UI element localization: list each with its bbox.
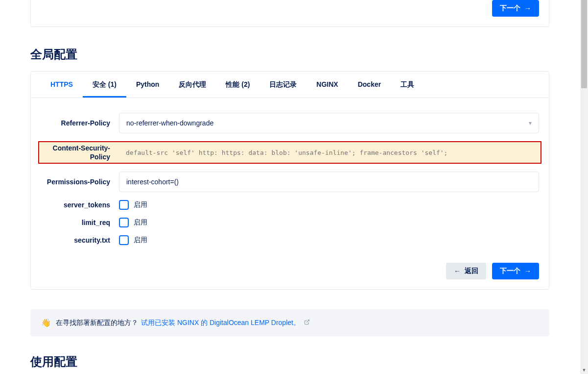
row-csp: Content-Security-Policy xyxy=(38,141,541,164)
row-server-tokens: server_tokens 启用 xyxy=(41,200,539,210)
tab-docker[interactable]: Docker xyxy=(348,72,391,98)
row-limit-req: limit_req 启用 xyxy=(41,218,539,227)
scrollbar[interactable]: ▲ ▼ xyxy=(580,0,588,374)
promo-text: 在寻找部署新配置的地方？ xyxy=(56,319,138,327)
checkbox-server-tokens[interactable] xyxy=(119,200,129,210)
select-referrer-policy[interactable]: no-referrer-when-downgrade ▾ xyxy=(119,113,539,133)
label-limit-req: limit_req xyxy=(41,218,119,227)
scroll-down-arrow[interactable]: ▼ xyxy=(580,366,588,374)
global-config-heading: 全局配置 xyxy=(30,47,549,62)
select-referrer-policy-value: no-referrer-when-downgrade xyxy=(126,119,213,127)
tab-reverse-proxy[interactable]: 反向代理 xyxy=(169,72,216,98)
label-csp: Content-Security-Policy xyxy=(41,144,119,161)
label-permissions-policy: Permissions-Policy xyxy=(41,177,119,186)
input-csp[interactable] xyxy=(119,144,539,161)
checkbox-limit-req-label: 启用 xyxy=(134,218,147,227)
arrow-right-icon: → xyxy=(524,267,531,275)
checkbox-security-txt-label: 启用 xyxy=(134,236,147,245)
next-button[interactable]: 下一个 → xyxy=(492,263,539,279)
tab-nginx[interactable]: NGINX xyxy=(306,72,348,98)
promo-box: 👋 在寻找部署新配置的地方？ 试用已安装 NGINX 的 DigitalOcea… xyxy=(30,309,549,336)
tab-security[interactable]: 安全 (1) xyxy=(83,72,126,98)
next-button-top[interactable]: 下一个 → xyxy=(492,0,539,17)
chevron-down-icon: ▾ xyxy=(529,120,532,126)
external-link-icon xyxy=(304,319,310,326)
tabs-bar: HTTPS 安全 (1) Python 反向代理 性能 (2) 日志记录 NGI… xyxy=(31,72,549,98)
usage-config-heading: 使用配置 xyxy=(30,354,549,370)
tab-performance[interactable]: 性能 (2) xyxy=(216,72,259,98)
back-button[interactable]: ← 返回 xyxy=(446,263,486,279)
row-referrer-policy: Referrer-Policy no-referrer-when-downgra… xyxy=(41,113,539,133)
global-config-panel: HTTPS 安全 (1) Python 反向代理 性能 (2) 日志记录 NGI… xyxy=(30,71,549,290)
wave-emoji-icon: 👋 xyxy=(41,318,51,327)
promo-link[interactable]: 试用已安装 NGINX 的 DigitalOcean LEMP Droplet。 xyxy=(141,319,300,327)
back-button-label: 返回 xyxy=(465,267,478,275)
label-security-txt: security.txt xyxy=(41,236,119,245)
row-security-txt: security.txt 启用 xyxy=(41,235,539,245)
tab-python[interactable]: Python xyxy=(126,72,169,98)
label-referrer-policy: Referrer-Policy xyxy=(41,119,119,127)
arrow-right-icon: → xyxy=(524,4,531,12)
input-permissions-policy[interactable] xyxy=(119,172,539,192)
scrollbar-thumb[interactable] xyxy=(581,0,587,88)
checkbox-limit-req[interactable] xyxy=(119,218,129,227)
checkbox-server-tokens-label: 启用 xyxy=(134,200,147,209)
next-button-label: 下一个 xyxy=(500,267,520,275)
svg-line-0 xyxy=(306,320,309,323)
top-panel: 下一个 → xyxy=(30,0,549,27)
tab-tools[interactable]: 工具 xyxy=(391,72,424,98)
row-permissions-policy: Permissions-Policy xyxy=(41,172,539,192)
tab-logging[interactable]: 日志记录 xyxy=(259,72,306,98)
checkbox-security-txt[interactable] xyxy=(119,235,129,245)
label-server-tokens: server_tokens xyxy=(41,200,119,209)
next-button-top-label: 下一个 xyxy=(500,4,520,13)
arrow-left-icon: ← xyxy=(454,267,461,275)
tab-https[interactable]: HTTPS xyxy=(41,72,83,98)
